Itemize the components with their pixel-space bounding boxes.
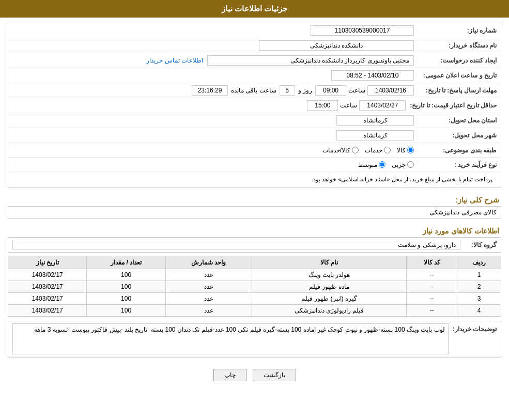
shomare-niaz-value: 1103030539000017 — [311, 25, 414, 36]
shahr-label: شهر محل تحویل: — [414, 132, 497, 139]
page-header: جزئیات اطلاعات نیاز — [0, 0, 509, 18]
cell-tedad: 100 — [87, 281, 165, 293]
mohlat-saat-label: ساعت — [348, 87, 365, 94]
table-row: 4--فیلم رادیولوژی دندانپزشکیعدد1001403/0… — [8, 305, 501, 317]
radio-jozi-input[interactable] — [407, 161, 414, 168]
tarikh-saat-value: 1403/02/10 - 08:52 — [331, 70, 414, 81]
row-nam-dastgah: نام دستگاه خریدار: دانشکده دندانپزشکی — [8, 38, 501, 53]
radio-kala-item[interactable]: کالا — [397, 147, 414, 154]
cell-vahed: عدد — [165, 281, 252, 293]
radio-kala-input[interactable] — [407, 147, 414, 153]
cell-name: گیره (انبر) ظهور فیلم — [252, 293, 407, 305]
mohlat-date: 1403/02/16 — [367, 85, 414, 96]
desc-textarea[interactable] — [12, 323, 449, 354]
ijad-konande-label: ایجاد کننده درخواست: — [414, 57, 497, 64]
tabaqe-radio-group: کالا خدمات کالا/خدمات — [322, 147, 414, 154]
cell-radif: 1 — [457, 269, 501, 281]
cell-name: فیلم رادیولوژی دندانپزشکی — [252, 305, 407, 317]
cell-tarikh: 1403/02/17 — [8, 269, 87, 281]
cell-tedad: 100 — [87, 269, 165, 281]
ijad-konande-value: مجتبی باوندپوری کاربرداز دانشکده دندانپز… — [207, 55, 414, 66]
cell-kod: -- — [407, 269, 457, 281]
cell-kod: -- — [407, 281, 457, 293]
desc-row: توضیحات خریدار: — [8, 321, 501, 357]
nam-dastgah-label: نام دستگاه خریدار: — [414, 42, 497, 49]
shahr-value: کرمانشاه — [336, 130, 414, 141]
radio-khadamat-item[interactable]: خدمات — [365, 147, 391, 154]
cell-name: هولدر بایت وینگ — [252, 269, 407, 281]
row-mohlat: مهلت ارسال پاسخ: تا تاریخ: 1403/02/16 سا… — [8, 83, 501, 98]
col-radif: ردیف — [457, 256, 501, 269]
gorohe-kala-value: دارو، پزشکی و سلامت — [12, 240, 460, 250]
nam-dastgah-value: دانشکده دندانپزشکی — [259, 40, 414, 51]
table-body: 1--هولدر بایت وینگعدد1001403/02/172--ماد… — [8, 269, 501, 317]
back-button[interactable]: بازگشت — [253, 369, 296, 381]
radio-kala-khadamat-item[interactable]: کالا/خدمات — [322, 147, 359, 154]
farayand-radio-group: جزیی متوسط — [358, 161, 414, 168]
sharh-kolli-title: شرح کلی نیاز: — [8, 193, 501, 206]
roz-label: روز و — [298, 87, 312, 94]
ettelaat-tamas-link[interactable]: اطلاعات تماس خریدار — [146, 57, 203, 64]
cell-tarikh: 1403/02/17 — [8, 293, 87, 305]
cell-radif: 3 — [457, 293, 501, 305]
buttons-row: بازگشت چاپ — [8, 363, 501, 387]
page-title: جزئیات اطلاعات نیاز — [222, 4, 287, 13]
row-tabaqe: طبقه بندی موضوعی: کالا خدمات کالا/خدمات — [8, 143, 501, 158]
cell-radif: 2 — [457, 281, 501, 293]
cell-radif: 4 — [457, 305, 501, 317]
cell-tarikh: 1403/02/17 — [8, 305, 87, 317]
mohlat-roz: 5 — [280, 85, 295, 96]
hadaqal-date: 1403/02/27 — [359, 100, 406, 111]
gorohe-kala-label: گروه کالا: — [460, 241, 497, 248]
table-header-row: ردیف کد کالا نام کالا واحد شمارش تعداد /… — [8, 256, 501, 269]
ettelaat-kala-title: اطلاعات کالاهای مورد نیاز — [8, 224, 501, 237]
row-shomare-niaz: شماره نیاز: 1103030539000017 — [8, 23, 501, 38]
col-tedad: تعداد / مقدار — [87, 256, 165, 269]
sharh-kolli-box: کالای مصرفی دندانپزشکی — [8, 206, 501, 219]
radio-jozi-item[interactable]: جزیی — [392, 161, 414, 168]
baghimande-label: ساعت باقی مانده — [231, 87, 276, 94]
note-text: پرداخت تمام یا بخشی از مبلغ خرید، از محل… — [307, 174, 497, 185]
radio-jozi-label: جزیی — [392, 161, 406, 168]
description-section: توضیحات خریدار: — [8, 321, 501, 357]
table-head: ردیف کد کالا نام کالا واحد شمارش تعداد /… — [8, 256, 501, 269]
radio-kala-label: کالا — [397, 147, 406, 154]
page-wrapper: جزئیات اطلاعات نیاز شماره نیاز: 11030305… — [0, 0, 509, 420]
mohlat-baghimande: 23:16:29 — [192, 85, 228, 96]
radio-kala-khadamat-input[interactable] — [352, 147, 359, 153]
shomare-niaz-label: شماره نیاز: — [414, 27, 497, 34]
radio-khadamat-input[interactable] — [384, 147, 391, 153]
mohlat-time: 09:00 — [315, 85, 346, 96]
col-vahed: واحد شمارش — [165, 256, 252, 269]
cell-kod: -- — [407, 305, 457, 317]
cell-vahed: عدد — [165, 269, 252, 281]
radio-khadamat-label: خدمات — [365, 147, 382, 154]
gorohe-kala-row: گروه کالا: دارو، پزشکی و سلامت — [8, 237, 501, 253]
radio-motevaset-input[interactable] — [379, 161, 385, 168]
row-shahr: شهر محل تحویل: کرمانشاه — [8, 128, 501, 143]
row-ijad-konande: ایجاد کننده درخواست: مجتبی باوندپوری کار… — [8, 53, 501, 68]
mohlat-label: مهلت ارسال پاسخ: تا تاریخ: — [414, 87, 497, 94]
row-tarikh-saat: تاریخ و ساعت اعلان عمومی: 1403/02/10 - 0… — [8, 68, 501, 83]
desc-label: توضیحات خریدار: — [449, 323, 497, 333]
row-ostan: استان محل تحویل: کرمانشاه — [8, 113, 501, 128]
cell-vahed: عدد — [165, 293, 252, 305]
radio-kala-khadamat-label: کالا/خدمات — [322, 147, 350, 154]
content-area: شماره نیاز: 1103030539000017 نام دستگاه … — [0, 18, 509, 393]
hadaqal-saat-label: ساعت — [340, 102, 357, 109]
tarikh-saat-label: تاریخ و ساعت اعلان عمومی: — [414, 72, 497, 79]
table-row: 2--ماده ظهور فیلمعدد1001403/02/17 — [8, 281, 501, 293]
radio-motevaset-item[interactable]: متوسط — [358, 161, 385, 168]
radio-motevaset-label: متوسط — [358, 161, 377, 168]
print-button[interactable]: چاپ — [213, 369, 246, 381]
cell-tedad: 100 — [87, 305, 165, 317]
col-kod: کد کالا — [407, 256, 457, 269]
row-note: پرداخت تمام یا بخشی از مبلغ خرید، از محل… — [8, 172, 501, 187]
main-info-section: شماره نیاز: 1103030539000017 نام دستگاه … — [8, 23, 501, 188]
row-hadaqal: حداقل تاریخ اعتبار قیمت: تا تاریخ: 1403/… — [8, 98, 501, 113]
cell-name: ماده ظهور فیلم — [252, 281, 407, 293]
sharh-kolli-value: کالای مصرفی دندانپزشکی — [429, 209, 497, 216]
col-name: نام کالا — [252, 256, 407, 269]
hadaqal-label: حداقل تاریخ اعتبار قیمت: تا تاریخ: — [406, 102, 497, 109]
hadaqal-time: 15:00 — [307, 100, 338, 111]
